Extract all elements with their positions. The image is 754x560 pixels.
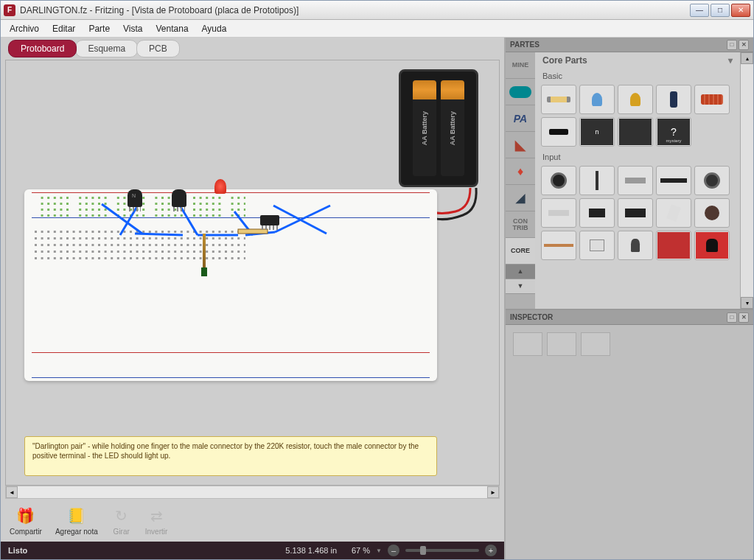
gift-icon: 🎁 (15, 505, 36, 526)
maximize-button[interactable]: □ (711, 4, 730, 17)
input-grid (535, 163, 740, 263)
part-transistor[interactable]: n (579, 117, 615, 147)
horizontal-scrollbar[interactable]: ◄ ► (5, 486, 500, 499)
zoom-slider[interactable] (405, 549, 479, 552)
parts-scrollbar[interactable]: ▴ ▾ (740, 52, 753, 309)
parts-scroll-track[interactable] (741, 64, 753, 297)
part-battery[interactable] (579, 231, 615, 260)
flip-icon: ⇄ (146, 505, 167, 526)
section-basic-label: Basic (535, 69, 740, 82)
part-inductor[interactable] (694, 85, 730, 114)
part-slide-switch[interactable] (618, 166, 653, 195)
zoom-dropdown-icon[interactable]: ▼ (376, 547, 382, 554)
battery-1: AA Battery (413, 80, 436, 176)
right-pane: PARTES □ ✕ MINE PA ◣ ♦ ◢ CON TRIB CORE ▲… (506, 38, 753, 559)
menu-ventana[interactable]: Ventana (156, 24, 189, 34)
tab-protoboard[interactable]: Protoboard (8, 40, 77, 57)
inspector-preview-3 (581, 332, 610, 356)
canvas[interactable]: AA Battery AA Battery (5, 60, 500, 486)
zoom-controls: 67 % ▼ – + (352, 545, 497, 556)
scroll-left-button[interactable]: ◄ (6, 486, 18, 498)
status-text: Listo (8, 546, 285, 555)
view-tabs: Protoboard Esquema PCB (1, 38, 504, 60)
part-ic-generic[interactable] (618, 117, 653, 147)
bin-animal3[interactable]: ◢ (506, 185, 535, 211)
part-lm35[interactable] (694, 231, 730, 260)
menu-parte[interactable]: Parte (88, 24, 110, 34)
menu-vista[interactable]: Vista (123, 24, 142, 34)
inspector-body (506, 325, 753, 363)
inspector-preview-1 (513, 332, 542, 356)
circuit-wires (24, 189, 437, 278)
compartir-button[interactable]: 🎁 Compartir (10, 505, 42, 536)
menu-editar[interactable]: Editar (52, 24, 75, 34)
compartir-label: Compartir (10, 528, 42, 536)
part-connector[interactable] (541, 198, 576, 228)
part-switch2[interactable] (618, 198, 653, 228)
inspector-panel: INSPECTOR □ ✕ (506, 309, 753, 559)
bin-core[interactable]: CORE (506, 238, 535, 265)
bin-contrib[interactable]: CON TRIB (506, 211, 535, 238)
agregar-nota-button[interactable]: 📒 Agregar nota (55, 505, 98, 536)
part-header[interactable] (656, 166, 691, 195)
close-button[interactable]: ✕ (731, 4, 750, 17)
bin-mine[interactable]: MINE (506, 52, 535, 79)
girar-button[interactable]: ↻ Girar (111, 505, 132, 536)
bin-down-button[interactable]: ▼ (506, 279, 535, 294)
menu-ayuda[interactable]: Ayuda (202, 24, 227, 34)
section-input-label: Input (535, 150, 740, 163)
tab-pcb[interactable]: PCB (136, 40, 180, 57)
part-diode[interactable] (541, 117, 576, 147)
bin-pa[interactable]: PA (506, 105, 535, 132)
part-capacitor-electrolytic[interactable] (656, 85, 691, 114)
invertir-button[interactable]: ⇄ Invertir (145, 505, 168, 536)
zoom-out-button[interactable]: – (388, 545, 399, 556)
tab-esquema[interactable]: Esquema (75, 40, 138, 57)
part-strip[interactable] (541, 231, 576, 260)
parts-scroll-down[interactable]: ▾ (741, 297, 753, 309)
parts-scroll-up[interactable]: ▴ (741, 52, 753, 64)
battery-1-label: AA Battery (421, 111, 428, 145)
part-capacitor-ceramic[interactable] (579, 85, 615, 114)
bin-animal2[interactable]: ♦ (506, 158, 535, 185)
left-pane: Protoboard Esquema PCB AA Battery AA Bat… (1, 38, 506, 559)
part-capacitor-tantalum[interactable] (618, 85, 653, 114)
inspector-close-button[interactable]: ✕ (739, 312, 749, 323)
bin-arduino[interactable] (506, 79, 535, 105)
status-coords: 5.138 1.468 in (285, 546, 337, 555)
partes-body: MINE PA ◣ ♦ ◢ CON TRIB CORE ▲ ▼ Core Par… (506, 52, 753, 309)
titlebar: F DARLINGTON.fz - Fritzing - [Vista de P… (1, 1, 753, 20)
menu-archivo[interactable]: Archivo (10, 24, 39, 34)
part-pushbutton[interactable] (579, 198, 615, 228)
part-thermistor[interactable] (618, 231, 653, 260)
blob-icon-2: ◢ (516, 192, 525, 204)
svg-line-1075 (179, 204, 198, 235)
part-encoder[interactable] (541, 166, 576, 195)
battery-2-label: AA Battery (449, 111, 456, 145)
battery-holder[interactable]: AA Battery AA Battery (399, 69, 478, 187)
minimize-button[interactable]: — (690, 4, 709, 17)
girar-label: Girar (114, 528, 130, 536)
part-resistor[interactable] (541, 85, 576, 114)
part-tilt[interactable] (656, 198, 691, 228)
part-mystery[interactable]: ?mystery (656, 117, 691, 147)
app-icon: F (4, 4, 15, 16)
bin-animal1[interactable]: ◣ (506, 132, 535, 158)
inspector-preview-2 (547, 332, 576, 356)
part-potentiometer[interactable] (694, 166, 730, 195)
part-toggle[interactable] (579, 166, 615, 195)
bin-menu-icon[interactable]: ▾ (728, 55, 733, 66)
partes-title: PARTES (510, 41, 540, 49)
part-photocell[interactable] (694, 198, 730, 228)
zoom-in-button[interactable]: + (485, 545, 497, 556)
basic-grid: n ?mystery (535, 82, 740, 150)
partes-undock-button[interactable]: □ (727, 40, 737, 50)
note[interactable]: "Darlington pair" - while holding one fi… (24, 436, 437, 476)
menubar: Archivo Editar Parte Vista Ventana Ayuda (1, 20, 753, 38)
bin-up-button[interactable]: ▲ (506, 265, 535, 279)
part-redboard1[interactable] (656, 231, 691, 260)
arduino-icon (509, 86, 531, 98)
scroll-right-button[interactable]: ► (487, 486, 499, 498)
partes-close-button[interactable]: ✕ (739, 40, 749, 50)
inspector-undock-button[interactable]: □ (727, 312, 737, 323)
